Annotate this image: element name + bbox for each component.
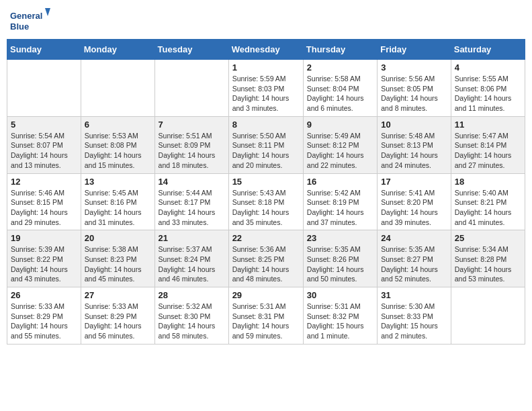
calendar-week-row: 12Sunrise: 5:46 AM Sunset: 8:15 PM Dayli…: [7, 173, 525, 230]
day-info: Sunrise: 5:58 AM Sunset: 8:04 PM Dayligh…: [307, 74, 373, 113]
calendar-week-row: 5Sunrise: 5:54 AM Sunset: 8:07 PM Daylig…: [7, 116, 525, 173]
day-number: 26: [11, 290, 77, 300]
calendar-cell: [154, 60, 228, 117]
day-info: Sunrise: 5:44 AM Sunset: 8:17 PM Dayligh…: [159, 188, 225, 228]
calendar-table: SundayMondayTuesdayWednesdayThursdayFrid…: [7, 39, 525, 345]
calendar-cell: 18Sunrise: 5:40 AM Sunset: 8:21 PM Dayli…: [451, 173, 525, 230]
day-number: 24: [381, 233, 447, 243]
day-info: Sunrise: 5:40 AM Sunset: 8:21 PM Dayligh…: [455, 188, 521, 228]
day-number: 28: [159, 290, 225, 300]
calendar-cell: 20Sunrise: 5:38 AM Sunset: 8:23 PM Dayli…: [81, 230, 154, 287]
day-info: Sunrise: 5:30 AM Sunset: 8:33 PM Dayligh…: [381, 302, 447, 341]
weekday-header-wednesday: Wednesday: [228, 40, 303, 60]
weekday-header-monday: Monday: [81, 40, 154, 60]
calendar-cell: 19Sunrise: 5:39 AM Sunset: 8:22 PM Dayli…: [7, 230, 81, 287]
day-info: Sunrise: 5:54 AM Sunset: 8:07 PM Dayligh…: [11, 131, 77, 171]
day-number: 23: [307, 233, 373, 243]
calendar-cell: 9Sunrise: 5:49 AM Sunset: 8:12 PM Daylig…: [303, 116, 377, 173]
calendar-cell: 1Sunrise: 5:59 AM Sunset: 8:03 PM Daylig…: [228, 60, 303, 117]
day-info: Sunrise: 5:56 AM Sunset: 8:05 PM Dayligh…: [381, 74, 447, 113]
weekday-header-thursday: Thursday: [303, 40, 377, 60]
day-info: Sunrise: 5:33 AM Sunset: 8:29 PM Dayligh…: [85, 302, 151, 341]
weekday-header-saturday: Saturday: [451, 40, 525, 60]
day-number: 18: [455, 177, 521, 187]
calendar-cell: 28Sunrise: 5:32 AM Sunset: 8:30 PM Dayli…: [154, 287, 228, 345]
day-number: 12: [11, 177, 77, 187]
day-number: 6: [85, 120, 151, 130]
day-number: 30: [307, 290, 373, 300]
calendar-cell: 7Sunrise: 5:51 AM Sunset: 8:09 PM Daylig…: [154, 116, 228, 173]
calendar-cell: 26Sunrise: 5:33 AM Sunset: 8:29 PM Dayli…: [7, 287, 81, 345]
day-info: Sunrise: 5:45 AM Sunset: 8:16 PM Dayligh…: [85, 188, 151, 228]
calendar-cell: 21Sunrise: 5:37 AM Sunset: 8:24 PM Dayli…: [154, 230, 228, 287]
calendar-cell: [7, 60, 81, 117]
calendar-cell: 30Sunrise: 5:31 AM Sunset: 8:32 PM Dayli…: [303, 287, 377, 345]
logo: General Blue: [10, 7, 50, 34]
calendar-cell: 22Sunrise: 5:36 AM Sunset: 8:25 PM Dayli…: [228, 230, 303, 287]
day-number: 2: [307, 62, 373, 73]
day-number: 31: [381, 290, 447, 300]
day-number: 21: [159, 233, 225, 243]
day-number: 14: [159, 177, 225, 187]
svg-text:Blue: Blue: [10, 21, 29, 32]
day-info: Sunrise: 5:48 AM Sunset: 8:13 PM Dayligh…: [381, 131, 447, 171]
svg-marker-2: [45, 8, 50, 16]
day-number: 17: [381, 177, 447, 187]
day-number: 16: [307, 177, 373, 187]
calendar-cell: 16Sunrise: 5:42 AM Sunset: 8:19 PM Dayli…: [303, 173, 377, 230]
calendar-cell: 14Sunrise: 5:44 AM Sunset: 8:17 PM Dayli…: [154, 173, 228, 230]
calendar-week-row: 1Sunrise: 5:59 AM Sunset: 8:03 PM Daylig…: [7, 60, 525, 117]
page-header: General Blue: [7, 7, 525, 34]
day-info: Sunrise: 5:34 AM Sunset: 8:28 PM Dayligh…: [455, 244, 521, 284]
day-number: 5: [11, 120, 77, 130]
day-number: 22: [232, 233, 300, 243]
calendar-cell: 31Sunrise: 5:30 AM Sunset: 8:33 PM Dayli…: [378, 287, 451, 345]
day-info: Sunrise: 5:43 AM Sunset: 8:18 PM Dayligh…: [232, 188, 300, 228]
calendar-cell: 6Sunrise: 5:53 AM Sunset: 8:08 PM Daylig…: [81, 116, 154, 173]
day-number: 8: [232, 120, 300, 130]
day-info: Sunrise: 5:39 AM Sunset: 8:22 PM Dayligh…: [11, 244, 77, 284]
calendar-cell: 11Sunrise: 5:47 AM Sunset: 8:14 PM Dayli…: [451, 116, 525, 173]
day-number: 1: [232, 62, 300, 73]
calendar-cell: [81, 60, 154, 117]
weekday-header-row: SundayMondayTuesdayWednesdayThursdayFrid…: [7, 40, 525, 60]
day-info: Sunrise: 5:55 AM Sunset: 8:06 PM Dayligh…: [455, 74, 521, 113]
calendar-cell: 24Sunrise: 5:35 AM Sunset: 8:27 PM Dayli…: [378, 230, 451, 287]
calendar-cell: 2Sunrise: 5:58 AM Sunset: 8:04 PM Daylig…: [303, 60, 377, 117]
calendar-cell: 29Sunrise: 5:31 AM Sunset: 8:31 PM Dayli…: [228, 287, 303, 345]
calendar-week-row: 19Sunrise: 5:39 AM Sunset: 8:22 PM Dayli…: [7, 230, 525, 287]
day-number: 15: [232, 177, 300, 187]
calendar-cell: 15Sunrise: 5:43 AM Sunset: 8:18 PM Dayli…: [228, 173, 303, 230]
day-info: Sunrise: 5:32 AM Sunset: 8:30 PM Dayligh…: [159, 302, 225, 341]
calendar-cell: [451, 287, 525, 345]
day-number: 7: [159, 120, 225, 130]
day-number: 9: [307, 120, 373, 130]
day-info: Sunrise: 5:49 AM Sunset: 8:12 PM Dayligh…: [307, 131, 373, 171]
day-info: Sunrise: 5:37 AM Sunset: 8:24 PM Dayligh…: [159, 244, 225, 284]
calendar-cell: 3Sunrise: 5:56 AM Sunset: 8:05 PM Daylig…: [378, 60, 451, 117]
day-info: Sunrise: 5:47 AM Sunset: 8:14 PM Dayligh…: [455, 131, 521, 171]
logo-svg: General Blue: [10, 7, 50, 34]
day-number: 20: [85, 233, 151, 243]
calendar-cell: 23Sunrise: 5:35 AM Sunset: 8:26 PM Dayli…: [303, 230, 377, 287]
day-info: Sunrise: 5:35 AM Sunset: 8:27 PM Dayligh…: [381, 244, 447, 284]
calendar-cell: 8Sunrise: 5:50 AM Sunset: 8:11 PM Daylig…: [228, 116, 303, 173]
day-number: 29: [232, 290, 300, 300]
weekday-header-tuesday: Tuesday: [154, 40, 228, 60]
day-info: Sunrise: 5:59 AM Sunset: 8:03 PM Dayligh…: [232, 74, 300, 113]
day-info: Sunrise: 5:36 AM Sunset: 8:25 PM Dayligh…: [232, 244, 300, 284]
day-info: Sunrise: 5:41 AM Sunset: 8:20 PM Dayligh…: [381, 188, 447, 228]
weekday-header-sunday: Sunday: [7, 40, 81, 60]
calendar-cell: 13Sunrise: 5:45 AM Sunset: 8:16 PM Dayli…: [81, 173, 154, 230]
calendar-cell: 25Sunrise: 5:34 AM Sunset: 8:28 PM Dayli…: [451, 230, 525, 287]
day-number: 3: [381, 62, 447, 73]
calendar-cell: 4Sunrise: 5:55 AM Sunset: 8:06 PM Daylig…: [451, 60, 525, 117]
day-info: Sunrise: 5:35 AM Sunset: 8:26 PM Dayligh…: [307, 244, 373, 284]
calendar-cell: 5Sunrise: 5:54 AM Sunset: 8:07 PM Daylig…: [7, 116, 81, 173]
day-info: Sunrise: 5:42 AM Sunset: 8:19 PM Dayligh…: [307, 188, 373, 228]
day-number: 10: [381, 120, 447, 130]
calendar-week-row: 26Sunrise: 5:33 AM Sunset: 8:29 PM Dayli…: [7, 287, 525, 345]
day-info: Sunrise: 5:51 AM Sunset: 8:09 PM Dayligh…: [159, 131, 225, 171]
svg-text:General: General: [10, 11, 42, 21]
day-info: Sunrise: 5:31 AM Sunset: 8:32 PM Dayligh…: [307, 302, 373, 341]
